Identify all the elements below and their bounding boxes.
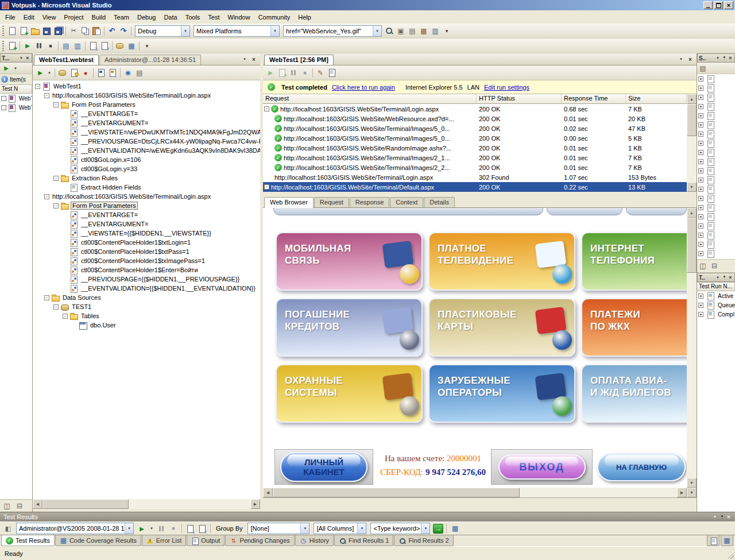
request-row[interactable]: -http://localhost:1603/GISIS.WebSite/Ter…	[263, 182, 697, 192]
view-tab-context[interactable]: Context	[390, 197, 423, 207]
auto-hide-pin-icon[interactable]	[721, 55, 727, 61]
tree-item[interactable]: +	[697, 129, 735, 138]
tree-expander-icon[interactable]: +	[698, 223, 703, 229]
run-test-icon[interactable]	[35, 68, 45, 78]
tree-item-label[interactable]: Tables	[80, 312, 100, 319]
new-test-icon[interactable]	[7, 41, 17, 51]
scroll-down-icon[interactable]	[687, 478, 697, 488]
overflow-icon[interactable]	[442, 26, 452, 36]
paste-icon[interactable]	[91, 26, 102, 36]
tree-item[interactable]: ctl00$ContentPlaceHolder1$txtPass=1	[33, 247, 260, 256]
row-expander-icon[interactable]: -	[264, 106, 269, 111]
tree-item[interactable]: -Form Post Parameters	[33, 100, 260, 109]
tree-expander-icon[interactable]: +	[698, 233, 703, 238]
export-results-icon[interactable]	[99, 41, 110, 51]
column-header-response-time[interactable]: Response Time	[562, 94, 626, 104]
close-icon[interactable]	[728, 275, 733, 280]
chevron-down-icon[interactable]	[421, 523, 430, 534]
exit-button[interactable]: ВЫХОД	[498, 454, 586, 480]
tree-item-label[interactable]: http://localhost:1603/GISIS.WebSite/Term…	[51, 92, 212, 99]
tree-item[interactable]: +	[697, 203, 735, 212]
dock-layout-icon[interactable]	[709, 261, 719, 271]
dock-layout-icon[interactable]	[14, 501, 25, 511]
tree-item[interactable]: -Form Post Parameters	[33, 201, 260, 210]
chevron-down-icon[interactable]	[357, 523, 366, 534]
chevron-down-icon[interactable]	[373, 26, 381, 36]
tree-item-label[interactable]: __EVENTTARGET=	[80, 211, 139, 218]
redo-icon[interactable]	[118, 26, 129, 36]
columns-combo[interactable]: [All Columns]	[314, 523, 366, 534]
column-header-size[interactable]: Size	[626, 94, 687, 104]
solution-platforms-combo[interactable]: Mixed Platforms	[194, 25, 280, 37]
scroll-right-icon[interactable]	[250, 499, 260, 509]
tree-item[interactable]: +	[697, 221, 735, 230]
tree-item-label[interactable]: __EVENTVALIDATION={{$HIDDEN1.__EVENTVALI…	[80, 285, 257, 292]
tab-code-coverage-results[interactable]: Code Coverage Results	[55, 535, 141, 546]
toolbar-grip-icon[interactable]	[2, 41, 4, 51]
tab-history[interactable]: History	[295, 535, 334, 546]
menu-test[interactable]: Test	[204, 12, 223, 22]
tree-expander-icon[interactable]: -	[53, 102, 59, 107]
tree-expander-icon[interactable]: +	[698, 159, 703, 164]
document-tab[interactable]: Administrator@...01-28 14:36:51	[99, 55, 201, 65]
close-icon[interactable]	[25, 55, 30, 61]
tree-item[interactable]: +	[697, 212, 735, 221]
test-run-group[interactable]: +Compl	[697, 310, 735, 319]
tab-pending-changes[interactable]: Pending Changes	[225, 535, 294, 546]
test-list-item[interactable]: WebTe	[0, 103, 32, 112]
tree-item[interactable]: ctl00$GoLogin.y=33	[33, 164, 260, 173]
scroll-left-icon[interactable]	[33, 499, 42, 509]
tree-expander-icon[interactable]: -	[53, 176, 59, 181]
tree-item[interactable]: __EVENTVALIDATION={{$HIDDEN1.__EVENTVALI…	[33, 284, 260, 293]
save-all-icon[interactable]	[53, 26, 63, 36]
add-recording-icon[interactable]	[80, 68, 91, 78]
window-menu-icon[interactable]	[18, 55, 24, 61]
service-tile-1[interactable]: МОБИЛЬНАЯСВЯЗЬ	[276, 232, 423, 291]
test-run-group[interactable]: +Queue	[697, 300, 735, 310]
tree-item-label[interactable]: Form Post Parameters	[71, 101, 137, 108]
chevron-down-icon[interactable]	[181, 26, 189, 36]
tree-expander-icon[interactable]: +	[698, 214, 703, 219]
service-tile-4[interactable]: ПОГАШЕНИЕКРЕДИТОВ	[276, 298, 423, 357]
test-list-item[interactable]: WebTe	[0, 94, 32, 103]
stop-tests-icon[interactable]	[45, 41, 56, 51]
group-by-combo[interactable]: [None]	[247, 523, 310, 534]
tree-expander-icon[interactable]: -	[44, 93, 49, 98]
view-tab-details[interactable]: Details	[424, 197, 455, 207]
tree-item[interactable]: Extract Hidden Fields	[33, 183, 260, 192]
menu-tools[interactable]: Tools	[181, 12, 204, 22]
tree-expander-icon[interactable]: -	[35, 84, 40, 89]
tree-item-label[interactable]: __VIEWSTATE={{$HIDDEN1.__VIEWSTATE}}	[80, 230, 212, 237]
window-menu-icon[interactable]	[715, 55, 721, 61]
tree-item-label[interactable]: ctl00$GoLogin.x=106	[80, 156, 142, 163]
tree-expander-icon[interactable]: +	[698, 104, 703, 109]
properties-icon[interactable]	[698, 63, 708, 73]
copy-icon[interactable]	[80, 26, 90, 36]
tree-expander-icon[interactable]: +	[698, 177, 703, 183]
parameterize-web-servers-icon[interactable]	[123, 68, 133, 78]
chevron-down-icon[interactable]	[149, 524, 154, 534]
tree-expander-icon[interactable]: -	[53, 304, 59, 310]
run-tests-icon[interactable]	[22, 41, 33, 51]
tree-item[interactable]: __PREVIOUSPAGE=DtsCjLRCx44X-yW0lipagNq-F…	[33, 137, 260, 146]
tree-item[interactable]: +	[697, 157, 735, 166]
request-row[interactable]: -http://localhost:1603/GISIS.WebSite/Ter…	[263, 104, 697, 114]
tree-item[interactable]: ctl00$ContentPlaceHolder1$txImagePass=1	[33, 256, 260, 265]
find-combo[interactable]: href="WebService_Yes.gif"	[283, 25, 382, 37]
test-run-column-header[interactable]: Test Run N...	[697, 282, 735, 291]
scroll-up-icon[interactable]	[687, 94, 697, 104]
auto-hide-pin-icon[interactable]	[721, 275, 727, 280]
open-icon[interactable]	[30, 26, 40, 36]
tree-expander-icon[interactable]: -	[53, 203, 59, 208]
tree-item-label[interactable]: Form Post Parameters	[71, 202, 138, 210]
tree-item[interactable]: -WebTest1	[33, 82, 260, 91]
tree-item[interactable]: dbo.User	[33, 320, 260, 330]
request-row[interactable]: http://localhost:1603/GISIS.WebSite/Term…	[263, 153, 697, 163]
tab-find-results-1[interactable]: Find Results 1	[334, 535, 393, 546]
column-header-request[interactable]: Request	[263, 94, 477, 104]
scroll-down-icon[interactable]	[687, 182, 697, 192]
test-name-column-header[interactable]: Test N	[0, 84, 32, 94]
tab-test-results[interactable]: Test Results	[1, 535, 55, 546]
service-tile-3[interactable]: ИНТЕРНЕТТЕЛЕФОНИЯ	[581, 232, 687, 291]
tree-item-label[interactable]: WebTest1	[52, 83, 83, 90]
